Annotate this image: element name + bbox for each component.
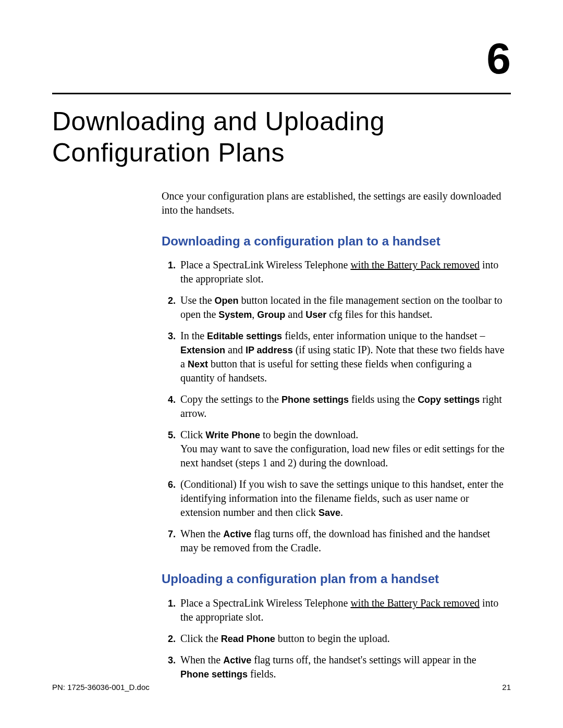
download-step-4: Copy the settings to the Phone settings … [178, 392, 506, 421]
ui-extension-label: Extension [180, 345, 225, 355]
text: Place a SpectraLink Wireless Telephone [180, 597, 350, 609]
document-page: 6 Downloading and Uploading Configuratio… [0, 0, 563, 728]
download-step-5: Click Write Phone to begin the download.… [178, 428, 506, 470]
ui-active-label: Active [223, 529, 251, 539]
intro-paragraph: Once your configuration plans are establ… [162, 189, 506, 217]
text: When the [180, 654, 223, 665]
underlined-text: with the Battery Pack removed [350, 597, 480, 609]
text: Place a SpectraLink Wireless Telephone [180, 259, 350, 270]
ui-copy-settings-label: Copy settings [418, 394, 480, 405]
upload-steps-list: Place a SpectraLink Wireless Telephone w… [162, 596, 506, 681]
text: and [285, 309, 305, 320]
download-steps-list: Place a SpectraLink Wireless Telephone w… [162, 258, 506, 555]
ui-active-label: Active [223, 655, 251, 665]
ui-phone-settings-label: Phone settings [282, 394, 349, 405]
horizontal-rule [52, 93, 511, 94]
download-step-3: In the Editable settings fields, enter i… [178, 329, 506, 385]
text: . [340, 507, 343, 518]
text: fields, enter information unique to the … [282, 330, 485, 341]
text: Use the [180, 294, 215, 306]
download-step-7: When the Active flag turns off, the down… [178, 527, 506, 555]
ui-phone-settings-label: Phone settings [180, 669, 248, 680]
text: fields. [248, 668, 276, 680]
text: You may want to save the configuration, … [180, 443, 505, 468]
text: , [252, 309, 257, 320]
text: flag turns off, the handset's settings w… [251, 654, 476, 665]
footer-page-number: 21 [502, 683, 511, 692]
chapter-title: Downloading and Uploading Configuration … [52, 106, 511, 168]
footer-part-number: PN: 1725-36036-001_D.doc [52, 683, 150, 692]
chapter-number: 6 [52, 36, 511, 80]
text: Copy the settings to the [180, 393, 282, 405]
ui-editable-settings-label: Editable settings [207, 331, 282, 341]
ui-system-label: System [218, 310, 252, 320]
section-heading-upload: Uploading a configuration plan from a ha… [162, 571, 506, 587]
ui-read-phone-label: Read Phone [221, 634, 275, 644]
text: Click [180, 429, 205, 440]
ui-ip-address-label: IP address [246, 345, 293, 355]
download-step-6: (Conditional) If you wish to save the se… [178, 477, 506, 520]
download-step-2: Use the Open button located in the file … [178, 293, 506, 322]
text: fields using the [349, 393, 418, 405]
ui-save-label: Save [319, 508, 340, 518]
ui-open-label: Open [215, 295, 239, 306]
download-step-1: Place a SpectraLink Wireless Telephone w… [178, 258, 506, 286]
text: cfg files for this handset. [326, 309, 432, 320]
text: button to begin the upload. [275, 633, 390, 644]
ui-group-label: Group [257, 310, 285, 320]
text: to begin the download. [260, 429, 358, 440]
upload-step-2: Click the Read Phone button to begin the… [178, 632, 506, 646]
ui-next-label: Next [188, 359, 208, 369]
upload-step-3: When the Active flag turns off, the hand… [178, 653, 506, 681]
text: In the [180, 330, 207, 341]
underlined-text: with the Battery Pack removed [350, 259, 480, 270]
body-column: Once your configuration plans are establ… [162, 189, 506, 681]
text: When the [180, 528, 223, 539]
page-footer: PN: 1725-36036-001_D.doc 21 [52, 683, 511, 692]
ui-write-phone-label: Write Phone [205, 430, 260, 440]
text: button that is useful for setting these … [180, 358, 472, 384]
text: and [225, 344, 246, 355]
text: Click the [180, 633, 221, 644]
section-heading-download: Downloading a configuration plan to a ha… [162, 233, 506, 250]
upload-step-1: Place a SpectraLink Wireless Telephone w… [178, 596, 506, 624]
ui-user-label: User [305, 310, 326, 320]
